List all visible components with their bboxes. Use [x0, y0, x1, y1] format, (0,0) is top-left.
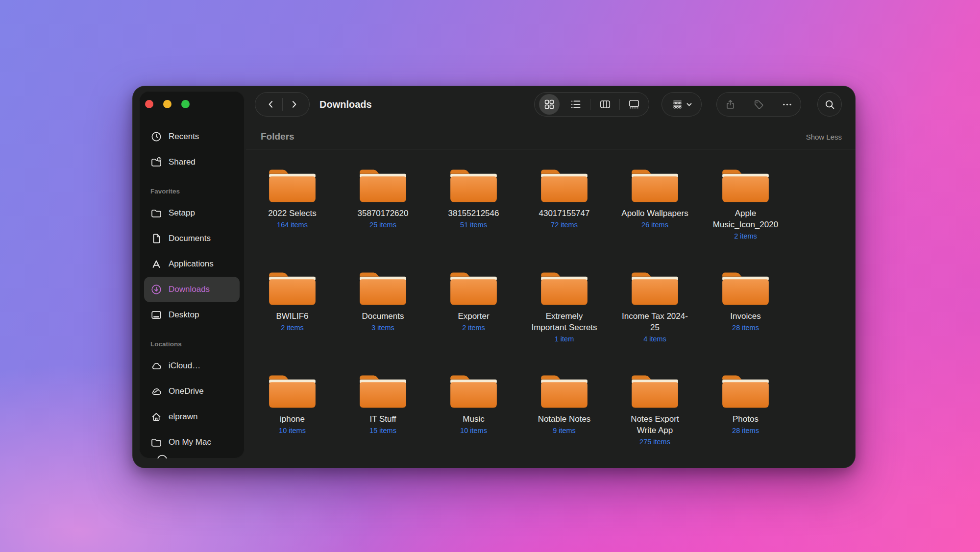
folder-item-count[interactable]: 3 items	[371, 324, 394, 332]
folder-name: 38155212546	[448, 208, 499, 219]
sidebar-item-label: Documents	[169, 234, 211, 243]
folder-tile[interactable]: Extremely Important Secrets1 item	[519, 260, 610, 363]
group-by-control	[662, 92, 702, 117]
folder-item-count[interactable]: 28 items	[732, 324, 759, 332]
folder-name: Photos	[733, 413, 759, 425]
navigation-pill	[255, 92, 310, 117]
share-icon	[725, 99, 736, 110]
sidebar-item-setapp[interactable]: Setapp	[144, 200, 240, 226]
folder-item-count[interactable]: 15 items	[369, 427, 396, 434]
sidebar-item-applications[interactable]: Applications	[144, 251, 240, 277]
folder-tile[interactable]: Invoices28 items	[700, 260, 791, 363]
folder-tile[interactable]: Music10 items	[428, 363, 519, 466]
folder-tile[interactable]: 3587017262025 items	[338, 157, 428, 260]
folder-tile[interactable]: Apollo Wallpapers26 items	[610, 157, 700, 260]
folder-icon	[631, 372, 679, 408]
shared-folder-icon	[150, 156, 162, 168]
folder-item-count[interactable]: 2 items	[281, 324, 304, 332]
folder-item-count[interactable]: 72 items	[551, 221, 578, 229]
folder-icon	[449, 166, 498, 203]
folder-name: IT Stuff	[369, 413, 396, 425]
sidebar-item-onedrive[interactable]: OneDrive	[144, 379, 240, 404]
folder-item-count[interactable]: 28 items	[732, 427, 759, 434]
sidebar-item-label: Downloads	[169, 285, 210, 294]
folder-icon	[449, 372, 498, 408]
share-button[interactable]	[719, 93, 742, 116]
sidebar-item-icloud[interactable]: iCloud…	[144, 353, 240, 379]
folder-tile[interactable]: Photos28 items	[700, 363, 791, 466]
folder-item-count[interactable]: 164 items	[277, 221, 308, 229]
group-grid-icon	[672, 99, 683, 110]
search-icon	[824, 99, 835, 110]
sidebar-item-label: Shared	[169, 157, 196, 167]
folder-tile[interactable]: 3815521254651 items	[428, 157, 519, 260]
folder-item-count[interactable]: 25 items	[369, 221, 396, 229]
folder-tile[interactable]: Income Tax 2024-254 items	[610, 260, 700, 363]
folder-tile[interactable]: IT Stuff15 items	[338, 363, 428, 466]
folder-icon	[540, 372, 588, 408]
sidebar-item-downloads[interactable]: Downloads	[144, 277, 240, 302]
folder-name: Apollo Wallpapers	[621, 208, 688, 219]
minimize-button[interactable]	[163, 100, 172, 108]
back-button[interactable]	[260, 93, 282, 116]
folder-tile[interactable]: Exporter2 items	[428, 260, 519, 363]
folder-name: Invoices	[730, 311, 760, 322]
search-button[interactable]	[818, 93, 841, 116]
folder-name: Music	[463, 413, 484, 425]
finder-window: Recents Shared Favorites Setapp Documen	[132, 86, 856, 468]
folder-item-count[interactable]: 2 items	[734, 232, 757, 240]
group-by-button[interactable]	[672, 93, 692, 116]
cloud-icon	[150, 360, 162, 372]
sidebar-item-recents[interactable]: Recents	[144, 124, 240, 149]
folder-item-count[interactable]: 9 items	[553, 427, 576, 434]
divider	[590, 99, 590, 110]
folder-item-count[interactable]: 275 items	[639, 438, 670, 446]
folder-tile[interactable]: 2022 Selects164 items	[247, 157, 338, 260]
folder-tile[interactable]: iphone10 items	[247, 363, 338, 466]
folder-icon	[721, 372, 770, 408]
folder-tile[interactable]: 4301715574772 items	[519, 157, 610, 260]
columns-icon	[599, 98, 611, 110]
folder-icon	[268, 269, 317, 306]
toolbar: Downloads	[245, 86, 856, 123]
close-button[interactable]	[145, 100, 153, 108]
folder-tile[interactable]: Notes Export Write App275 items	[610, 363, 700, 466]
tag-button[interactable]	[747, 93, 770, 116]
folder-name: Extremely Important Secrets	[530, 311, 599, 333]
folder-item-count[interactable]: 1 item	[555, 335, 574, 343]
sidebar-item-home[interactable]: elprawn	[144, 404, 240, 430]
sidebar-item-shared[interactable]: Shared	[144, 149, 240, 175]
folder-tile[interactable]: BWILIF62 items	[247, 260, 338, 363]
chevron-right-icon	[289, 99, 299, 109]
sidebar-item-documents[interactable]: Documents	[144, 226, 240, 251]
folder-item-count[interactable]: 4 items	[643, 335, 666, 343]
window-controls	[139, 91, 245, 108]
list-view-button[interactable]	[564, 93, 588, 116]
sidebar-item-label: Setapp	[169, 208, 195, 218]
folder-item-count[interactable]: 26 items	[641, 221, 668, 229]
folder-item-count[interactable]: 51 items	[460, 221, 487, 229]
show-less-button[interactable]: Show Less	[806, 133, 842, 141]
folder-name: 35870172620	[357, 208, 408, 219]
folder-icon	[150, 436, 162, 448]
view-switcher	[534, 92, 649, 117]
sidebar-item-label: iCloud…	[169, 361, 200, 371]
section-header-row: Folders Show Less	[261, 129, 842, 144]
sidebar-item-desktop[interactable]: Desktop	[144, 302, 240, 328]
forward-button[interactable]	[283, 93, 305, 116]
column-view-button[interactable]	[593, 93, 617, 116]
gallery-view-button[interactable]	[622, 93, 646, 116]
folder-tile[interactable]: Apple Music_Icon_20202 items	[700, 157, 791, 260]
folder-icon	[540, 166, 588, 203]
folder-item-count[interactable]: 2 items	[462, 324, 485, 332]
more-button[interactable]	[776, 93, 798, 116]
folder-tile[interactable]: Notable Notes9 items	[519, 363, 610, 466]
folder-tile[interactable]: Documents3 items	[338, 260, 428, 363]
folder-item-count[interactable]: 10 items	[279, 427, 306, 434]
folder-icon	[721, 166, 770, 203]
action-controls	[716, 92, 801, 117]
folder-item-count[interactable]: 10 items	[460, 427, 487, 434]
zoom-button[interactable]	[181, 100, 190, 108]
icon-view-button[interactable]	[539, 94, 560, 115]
sidebar-item-on-my-mac[interactable]: On My Mac	[144, 430, 240, 455]
